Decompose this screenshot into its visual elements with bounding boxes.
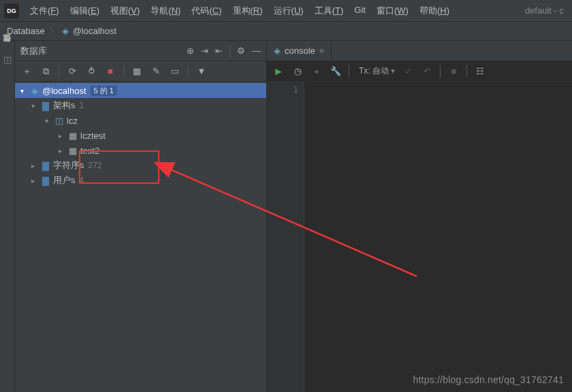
status-right: default - c bbox=[525, 5, 569, 16]
database-strip-icon: ◫ bbox=[3, 54, 12, 65]
panel-toolbar: ＋ ⧉ ⟳ ⥁ ■ ▦ ✎ ▭ ▼ bbox=[15, 61, 266, 82]
tab-label: console bbox=[285, 46, 315, 56]
menu-视图[interactable]: 视图(V) bbox=[105, 2, 145, 20]
table-icon: ▦ bbox=[67, 131, 79, 141]
collapse-icon[interactable]: ⇥ bbox=[201, 46, 208, 56]
node-badge: 5 的 1 bbox=[91, 86, 117, 96]
disabled-icon: ● bbox=[311, 66, 323, 76]
refresh-icon[interactable]: ⟳ bbox=[66, 66, 78, 76]
database-panel: 数据库 ⊕ ⇥ ⇤ ⚙ — ＋ ⧉ ⟳ ⥁ ■ ▦ ✎ ▭ ▼ ▾ ◈ bbox=[15, 41, 267, 392]
separator bbox=[466, 65, 467, 78]
chevron-right-icon: ▸ bbox=[31, 162, 39, 169]
stop-exec-icon: ■ bbox=[447, 66, 460, 76]
menu-git[interactable]: Git bbox=[349, 2, 371, 20]
wrench-icon[interactable]: 🔧 bbox=[330, 66, 342, 76]
separator bbox=[123, 65, 124, 78]
panel-title: 数据库 bbox=[20, 45, 180, 57]
tree-node-table-test2[interactable]: ▸ ▦ test2 bbox=[15, 143, 266, 158]
separator bbox=[229, 45, 230, 57]
hide-icon[interactable]: — bbox=[252, 46, 261, 56]
play-icon[interactable]: ▶ bbox=[272, 66, 285, 76]
close-icon[interactable]: × bbox=[319, 46, 325, 56]
menu-窗口[interactable]: 窗口(W) bbox=[371, 2, 414, 20]
editor-body[interactable]: 1 bbox=[267, 82, 572, 392]
chevron-right-icon: ▸ bbox=[59, 147, 67, 154]
layout-icon[interactable]: ☷ bbox=[474, 66, 486, 76]
node-label: 架构s bbox=[53, 99, 76, 112]
menu-代码[interactable]: 代码(C) bbox=[186, 2, 227, 20]
separator bbox=[188, 65, 189, 78]
table-icon: ▦ bbox=[67, 146, 79, 156]
console-icon: ◈ bbox=[274, 46, 281, 56]
separator bbox=[349, 65, 349, 78]
tx-mode-label[interactable]: Tx: 自动 ▾ bbox=[359, 65, 395, 77]
menu-编辑[interactable]: 编辑(E) bbox=[65, 2, 105, 20]
editor-tab-console[interactable]: ◈ console × bbox=[267, 41, 332, 61]
main-menu-bar: DG 文件(F)编辑(E)视图(V)导航(N)代码(C)重构(R)运行(U)工具… bbox=[0, 0, 572, 22]
editor-gutter: 1 bbox=[267, 82, 304, 392]
editor-toolbar: ▶ ◷ ● 🔧 Tx: 自动 ▾ ✓ ↶ ■ ☷ bbox=[267, 61, 572, 82]
tree-node-charsets[interactable]: ▸ ▇ 字符序s 272 bbox=[15, 158, 266, 173]
schema-icon: ◫ bbox=[53, 116, 65, 126]
node-count: 4 bbox=[80, 176, 84, 185]
breadcrumb-separator: 〉 bbox=[49, 25, 58, 37]
tree-node-lcz[interactable]: ▾ ◫ lcz bbox=[15, 113, 266, 128]
menu-文件[interactable]: 文件(F) bbox=[25, 2, 65, 20]
tree-node-schemas[interactable]: ▾ ▇ 架构s 1 bbox=[15, 98, 266, 113]
datasource-icon: ◈ bbox=[29, 86, 41, 96]
chevron-down-icon: ▾ bbox=[45, 117, 53, 125]
chevron-right-icon: ▸ bbox=[59, 132, 67, 140]
rollback-icon[interactable]: ↶ bbox=[421, 66, 433, 76]
expand-icon[interactable]: ⇤ bbox=[215, 46, 223, 56]
menu-导航[interactable]: 导航(N) bbox=[145, 2, 186, 20]
menu-重构[interactable]: 重构(R) bbox=[227, 2, 268, 20]
table-view-icon[interactable]: ▦ bbox=[131, 66, 143, 76]
plus-icon[interactable]: ＋ bbox=[20, 65, 33, 78]
node-count: 272 bbox=[89, 161, 102, 170]
separator bbox=[59, 65, 59, 78]
node-label: 字符序s bbox=[53, 159, 84, 172]
node-label: @localhost bbox=[42, 86, 86, 96]
separator bbox=[440, 65, 441, 78]
node-label: lcztest bbox=[80, 131, 106, 141]
gear-icon[interactable]: ⚙ bbox=[237, 46, 245, 56]
menu-工具[interactable]: 工具(T) bbox=[309, 2, 349, 20]
menu-帮助[interactable]: 帮助(H) bbox=[414, 2, 455, 20]
stop-icon[interactable]: ■ bbox=[104, 66, 116, 76]
node-label: 用户s bbox=[53, 174, 76, 186]
tree-node-table-lcztest[interactable]: ▸ ▦ lcztest bbox=[15, 128, 266, 143]
copy-icon[interactable]: ⧉ bbox=[39, 66, 52, 77]
tree-node-users[interactable]: ▸ ▇ 用户s 4 bbox=[15, 173, 266, 188]
target-icon[interactable]: ⊕ bbox=[187, 46, 194, 56]
folder-icon: ▇ bbox=[39, 176, 52, 186]
folder-icon: ▇ bbox=[39, 101, 52, 111]
query-icon[interactable]: ▭ bbox=[169, 66, 181, 76]
tree-node-datasource[interactable]: ▾ ◈ @localhost 5 的 1 bbox=[15, 83, 266, 98]
chevron-right-icon: ▸ bbox=[31, 177, 39, 184]
folder-icon: ▇ bbox=[39, 161, 52, 171]
node-label: lcz bbox=[67, 116, 78, 126]
app-logo: DG bbox=[4, 3, 19, 18]
breadcrumb-root[interactable]: Database bbox=[7, 26, 45, 36]
menu-运行[interactable]: 运行(U) bbox=[268, 2, 309, 20]
history-icon[interactable]: ◷ bbox=[291, 66, 304, 76]
node-label: test2 bbox=[80, 146, 99, 156]
chevron-down-icon: ▾ bbox=[31, 102, 39, 110]
commit-icon[interactable]: ✓ bbox=[402, 66, 414, 76]
breadcrumb-db[interactable]: @localhost bbox=[73, 26, 117, 36]
line-number: 1 bbox=[272, 84, 298, 95]
database-tree: ▾ ◈ @localhost 5 的 1 ▾ ▇ 架构s 1 ▾ ◫ lcz ▸… bbox=[15, 82, 266, 392]
sync-icon[interactable]: ⥁ bbox=[85, 66, 97, 76]
watermark: https://blog.csdn.net/qq_31762741 bbox=[413, 374, 564, 385]
panel-header: 数据库 ⊕ ⇥ ⇤ ⚙ — bbox=[15, 41, 266, 61]
editor-area: ◈ console × ▶ ◷ ● 🔧 Tx: 自动 ▾ ✓ ↶ ■ ☷ 1 bbox=[267, 41, 572, 392]
tool-window-strip: 数据库 ◫ bbox=[0, 41, 15, 392]
breadcrumb: Database 〉 ◈ @localhost bbox=[0, 22, 572, 41]
edit-icon[interactable]: ✎ bbox=[150, 66, 162, 76]
node-count: 1 bbox=[80, 101, 84, 110]
filter-icon[interactable]: ▼ bbox=[195, 66, 208, 76]
editor-tabs: ◈ console × bbox=[267, 41, 572, 61]
database-icon: ◈ bbox=[62, 26, 69, 36]
chevron-down-icon: ▾ bbox=[20, 87, 29, 95]
